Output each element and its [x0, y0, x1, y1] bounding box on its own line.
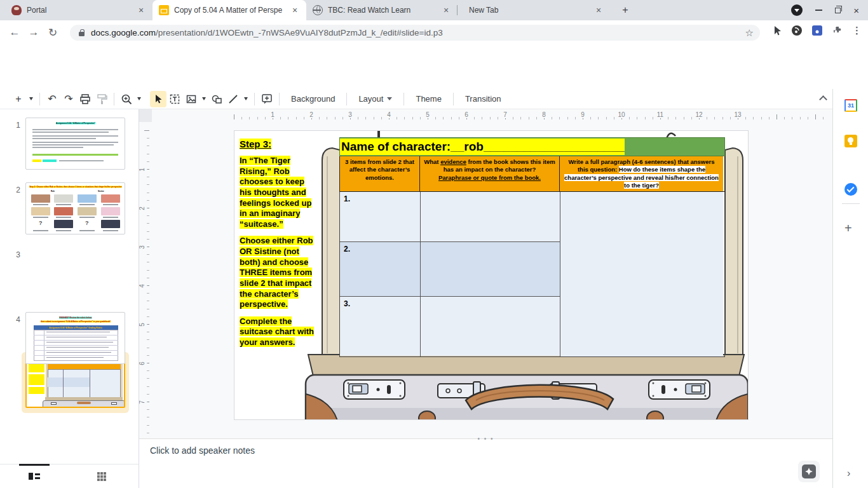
explore-button[interactable]	[798, 461, 820, 482]
browser-menu-icon[interactable]: ⋮	[852, 25, 862, 36]
text-box-button[interactable]	[166, 91, 183, 107]
insert-image-button[interactable]	[183, 91, 200, 107]
zoom-caret[interactable]	[135, 97, 144, 100]
https-lock-icon[interactable]	[79, 32, 85, 36]
current-slide[interactable]: Step 3: In “The Tiger Rising,” Rob choos…	[234, 130, 749, 420]
tab-new-tab[interactable]: New Tab ×	[458, 0, 610, 20]
toolbar-separator	[254, 93, 255, 105]
grid-view-icon[interactable]	[97, 472, 106, 481]
hide-menus-chevron-icon[interactable]	[819, 95, 827, 104]
slide-number: 2	[9, 186, 20, 194]
cursor-extension-icon[interactable]	[771, 25, 782, 36]
column-header-evidence[interactable]: What evidence from the book shows this i…	[420, 156, 560, 191]
tab-close-icon[interactable]: ×	[593, 6, 604, 15]
mini-text-block	[29, 387, 44, 394]
paint-format-button[interactable]	[93, 91, 110, 107]
select-tool-button[interactable]	[150, 91, 166, 107]
reload-button[interactable]: ↻	[43, 26, 62, 39]
background-button[interactable]: Background	[283, 91, 342, 107]
browser-profile-icon[interactable]	[791, 4, 803, 16]
new-tab-button[interactable]: +	[618, 3, 633, 18]
bookmark-star-icon[interactable]: ☆	[745, 27, 754, 39]
tab-close-icon[interactable]: ×	[441, 6, 451, 15]
tab-tbc-read-watch-learn[interactable]: TBC: Read Watch Learn ×	[306, 0, 458, 20]
layout-button[interactable]: Layout	[351, 91, 400, 107]
window-minimize-button[interactable]	[815, 10, 822, 11]
address-bar[interactable]: docs.google.com/presentation/d/1WOEwtn_-…	[70, 25, 760, 41]
column-header-items[interactable]: 3 items from slide 2 that affect the cha…	[340, 156, 420, 191]
redo-button[interactable]: ↷	[60, 91, 77, 107]
toolbar-separator	[403, 93, 404, 105]
blue-extension-icon[interactable]	[811, 25, 823, 36]
text-line-bar	[46, 337, 107, 337]
insert-line-button[interactable]	[225, 91, 241, 107]
speaker-notes-placeholder[interactable]: Click to add speaker notes	[150, 445, 255, 456]
ruler-number: 7	[139, 400, 147, 404]
thumb4-line2: then submit to assignment “5.04 A Matter…	[41, 321, 111, 323]
step1-highlight-bar	[43, 159, 57, 162]
thumb2-header: Step 2: Choose either Rob or Sistine, th…	[29, 186, 121, 188]
insert-comment-button[interactable]	[259, 91, 275, 107]
window-restore-button[interactable]	[835, 8, 841, 13]
evidence-cell-2[interactable]	[421, 242, 560, 297]
forward-button[interactable]: →	[24, 26, 43, 39]
extensions-puzzle-icon[interactable]	[832, 25, 843, 36]
print-button[interactable]	[77, 91, 93, 107]
column-header-paragraph[interactable]: Write a full paragraph (4-6 sentences) t…	[560, 156, 723, 191]
image-caption-bar	[103, 204, 118, 205]
mini-col-line	[90, 369, 90, 398]
item-cell-3[interactable]: 3.	[340, 297, 420, 356]
speaker-notes-panel[interactable]: • • • Click to add speaker notes	[139, 438, 832, 488]
insert-image-caret[interactable]	[200, 97, 208, 100]
keep-notes-icon[interactable]	[844, 135, 857, 147]
ruler-corner	[139, 109, 152, 122]
transition-button[interactable]: Transition	[458, 91, 509, 107]
hide-side-panel-chevron-icon[interactable]: ›	[847, 468, 850, 479]
page-url[interactable]: docs.google.com/presentation/d/1WOEwtn_-…	[91, 28, 745, 37]
theme-button[interactable]: Theme	[408, 91, 449, 107]
ruler-number: 5	[424, 111, 431, 118]
slide-thumbnail-2[interactable]: Step 2: Choose either Rob or Sistine, th…	[25, 182, 125, 234]
tasks-icon[interactable]	[844, 183, 857, 196]
image-caption-bar	[33, 204, 48, 205]
tab-portal[interactable]: Portal ×	[5, 0, 153, 20]
filmstrip-view-icon[interactable]	[29, 472, 40, 481]
paragraph-cell[interactable]	[560, 192, 723, 356]
thumb1-title: Assignment 5.04: “A Matter of Perspectiv…	[56, 123, 95, 125]
tab-close-icon[interactable]: ×	[290, 6, 300, 15]
slides-toolbar: + ↶ ↷	[0, 89, 868, 109]
item-cell-2[interactable]: 2.	[340, 242, 420, 297]
media-extension-icon[interactable]	[791, 25, 803, 36]
toolbar-separator	[39, 93, 40, 105]
item-cell-1[interactable]: 1.	[340, 192, 420, 242]
instructions-text-block[interactable]: Step 3: In “The Tiger Rising,” Rob choos…	[240, 139, 318, 348]
browser-toolbar: ← → ↻ docs.google.com/presentation/d/1WO…	[0, 20, 868, 44]
portal-favicon	[11, 5, 22, 15]
calendar-icon[interactable]: 31	[844, 99, 857, 112]
rail-divider	[842, 203, 860, 204]
notes-resize-handle[interactable]: • • •	[477, 435, 494, 442]
thumb4-rubric-header: Assignment 5.04 “A Matter of Perspective…	[49, 327, 102, 329]
suitcase-chart-table[interactable]: Name of character:__rob_________________…	[339, 137, 725, 357]
ruler-number: 3	[346, 111, 354, 118]
back-button[interactable]: ←	[5, 26, 24, 39]
new-slide-caret[interactable]	[27, 97, 36, 100]
ruler-number: 7	[501, 111, 509, 118]
insert-shape-button[interactable]	[208, 91, 225, 107]
evidence-cell-3[interactable]	[421, 297, 560, 356]
undo-button[interactable]: ↶	[44, 91, 60, 107]
get-addons-icon[interactable]: +	[844, 221, 852, 236]
zoom-button[interactable]	[118, 91, 135, 107]
ruler-number: 4	[139, 284, 147, 288]
tab-current-presentation[interactable]: Copy of 5.04 A Matter of Perspe ×	[153, 0, 306, 20]
slide-thumbnail-4[interactable]: FINISHED? Review the rubric below. then …	[25, 312, 125, 364]
new-slide-button[interactable]: +	[10, 91, 27, 107]
character-name-bar[interactable]: Name of character:__rob_________________…	[339, 137, 725, 156]
insert-line-caret[interactable]	[241, 97, 250, 100]
instruction-paragraph-1: In “The Tiger Rising,” Rob chooses to ke…	[240, 156, 318, 229]
tab-close-icon[interactable]: ×	[136, 6, 146, 15]
window-close-button[interactable]: ×	[853, 6, 859, 15]
evidence-cell-1[interactable]	[421, 192, 560, 242]
text-line-bar	[46, 332, 110, 332]
slide-thumbnail-1[interactable]: Assignment 5.04: “A Matter of Perspectiv…	[25, 118, 125, 170]
